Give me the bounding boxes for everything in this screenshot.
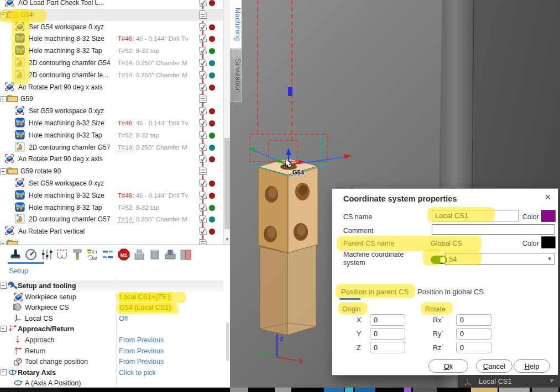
tree-row-operation[interactable]: Hole machining 8-32 TapT#52: 8-32 tap (0, 202, 223, 214)
setup-value[interactable]: Local CS1+(Z5 ) (119, 293, 172, 301)
check-icon[interactable] (198, 82, 207, 92)
setup-row[interactable]: ApproachFrom Previous (0, 335, 223, 346)
tb-sliders-icon[interactable] (40, 248, 53, 261)
tab-position-in-parent-cs[interactable]: Position in parent CS (341, 288, 409, 296)
check-icon[interactable] (198, 154, 207, 163)
doc-icon[interactable] (199, 239, 207, 245)
tree-row-operation[interactable]: Hole machining 8-32 SizeT#46: 46 - 0.144… (0, 33, 223, 45)
comment-input[interactable] (432, 224, 554, 235)
tb-tool-icon[interactable] (71, 248, 84, 261)
setup-value[interactable]: From Previous (119, 358, 164, 365)
tree-row-folder[interactable]: G59 rotate 90 (0, 165, 223, 177)
collapse-icon[interactable] (1, 326, 7, 332)
check-icon[interactable] (198, 118, 207, 128)
check-icon[interactable] (198, 214, 207, 224)
setup-value[interactable]: From Previous (119, 336, 164, 344)
rz-input[interactable] (456, 342, 491, 353)
tb-cyl-icon[interactable] (148, 248, 161, 261)
taskbar-app-thumbnail[interactable] (532, 388, 558, 392)
cs-name-input[interactable] (432, 210, 519, 221)
tree-row-operation[interactable]: Set G54 workspace 0 xyz (0, 21, 223, 33)
setup-row[interactable]: Workpiece setupLocal CS1+(Z5 ) (0, 292, 223, 303)
doc-icon[interactable] (199, 10, 207, 19)
ry-input[interactable] (456, 328, 491, 340)
tab-setup[interactable]: Setup (9, 267, 28, 275)
check-icon[interactable] (198, 130, 207, 140)
tree-row-operation[interactable]: Hole machining 8-32 SizeT#46: 46 - 0.144… (0, 189, 223, 202)
setup-row[interactable]: Local CSOff (0, 313, 223, 324)
tb-station-icon[interactable] (9, 248, 22, 261)
setup-value[interactable]: Off (119, 315, 128, 322)
tree-scrollbar-thumb[interactable] (224, 138, 230, 229)
tb-list-icon[interactable] (102, 248, 115, 261)
check-icon[interactable] (198, 22, 207, 31)
tree-row-operation[interactable]: Set G59 workspace 0 xyz (0, 105, 223, 117)
tb-m1-icon[interactable]: M1 (117, 248, 130, 261)
tb-gauge-icon[interactable] (24, 248, 38, 261)
collapse-icon[interactable] (1, 283, 7, 289)
collapse-icon[interactable] (1, 96, 7, 102)
taskbar-app-thumbnail[interactable] (499, 388, 530, 392)
tree-row-operation[interactable]: Ao Rotate Part vertical (0, 225, 223, 237)
tb-stock-icon[interactable] (133, 248, 146, 261)
taskbar-app-thumbnail[interactable] (324, 388, 344, 392)
check-icon[interactable] (198, 190, 207, 200)
setup-value[interactable]: Click to pick (119, 369, 156, 377)
setup-row[interactable]: Workpiece CSG54 (Local CS1) (0, 302, 223, 313)
tree-row-operation[interactable]: Hole machining 8-32 SizeT#46: 46 - 0.144… (0, 117, 223, 129)
taskbar-app-thumbnail[interactable] (471, 388, 498, 392)
machine-cs-dropdown[interactable]: 54 ▾ (445, 253, 554, 265)
setup-row[interactable]: Tool change positionFrom Previous (0, 356, 223, 367)
taskbar-app-thumbnail[interactable] (230, 388, 248, 392)
taskbar-app-thumbnail[interactable] (275, 388, 291, 392)
setup-row[interactable]: ReturnFrom Previous (0, 346, 223, 357)
check-icon[interactable] (198, 46, 207, 55)
check-icon[interactable] (198, 58, 207, 67)
tree-row-operation[interactable]: Hole machining 8-32 TapT#52: 8-32 tap (0, 129, 223, 141)
taskbar-app-thumbnail[interactable] (0, 388, 61, 392)
cs-color-swatch[interactable] (541, 210, 556, 222)
tb-clamp-icon[interactable] (164, 248, 177, 261)
taskbar-app-thumbnail[interactable] (404, 388, 411, 392)
check-icon[interactable] (198, 70, 207, 80)
collapse-icon[interactable] (1, 168, 7, 174)
tb-fixture-icon[interactable] (179, 248, 192, 261)
check-icon[interactable] (198, 142, 207, 152)
check-icon[interactable] (198, 0, 207, 7)
collapse-icon[interactable] (1, 369, 7, 375)
chevron-down-icon[interactable]: ▼ (549, 378, 554, 384)
tree-row-operation[interactable]: 2D contouring chamfer G54T#14: 0.250" Ch… (0, 57, 223, 69)
setup-value[interactable]: From Previous (119, 347, 164, 355)
setup-value[interactable]: G54 (Local CS1) (119, 304, 174, 311)
collapse-icon[interactable] (1, 241, 7, 245)
tree-row-operation[interactable]: Set G59 workspace 0 xyz (0, 177, 223, 189)
part-model[interactable] (258, 158, 318, 253)
check-icon[interactable] (198, 178, 207, 188)
check-icon[interactable] (198, 34, 207, 43)
tab-machining[interactable]: Machining (230, 0, 242, 49)
tab-simulation[interactable]: Simulation (231, 49, 242, 102)
setup-row[interactable]: Rotary AxisClick to pick (0, 367, 223, 378)
tree-row-operation[interactable]: Ao Rotate Part 90 deg x axis (0, 153, 223, 165)
setup-row[interactable]: Setup and tooling (0, 280, 223, 292)
help-button[interactable]: Help (514, 359, 550, 373)
tab-position-in-global-cs[interactable]: Position in global CS (417, 288, 484, 296)
tree-row-operation[interactable]: 2D contouring chamfer G57T#14: 0.250" Ch… (0, 213, 223, 225)
tb-gap-icon[interactable] (55, 248, 69, 261)
cs-selector-bar[interactable]: Local CS1 ▼ (458, 375, 560, 388)
setup-row[interactable]: A (Axis A Position) (0, 378, 223, 388)
setup-scrollbar-thumb[interactable] (226, 322, 229, 361)
tree-row-operation[interactable]: AO Load Part Check Tool L... (0, 0, 223, 9)
check-icon[interactable] (198, 203, 207, 212)
parent-color-swatch[interactable] (541, 236, 556, 248)
tree-row-operation[interactable]: Hole machining 8-32 TapT#52: 8-32 tap (0, 45, 223, 57)
cancel-button[interactable]: Cancel (476, 359, 512, 373)
scroll-down-icon[interactable]: ▾ (224, 236, 230, 243)
close-icon[interactable]: ✕ (545, 193, 551, 202)
tree-row-operation[interactable]: 2D contouring chamfer le...T#14: 0.250" … (0, 69, 223, 81)
tree-row-operation[interactable]: 2D contouring chamfer G57T#14: 0.250" Ch… (0, 141, 223, 153)
tb-feed-icon[interactable]: F1S2 (86, 248, 100, 261)
taskbar-app-thumbnail[interactable] (345, 388, 353, 392)
setup-row[interactable]: Approach/Return (0, 324, 223, 335)
check-icon[interactable] (198, 106, 207, 115)
